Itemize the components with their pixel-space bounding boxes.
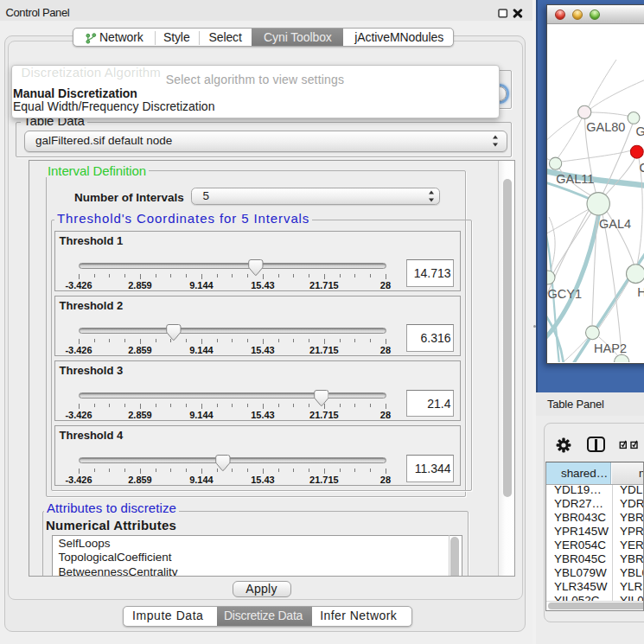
svg-text:HAP2: HAP2 xyxy=(594,341,627,355)
svg-text:GCY1: GCY1 xyxy=(548,287,583,301)
svg-text:HA: HA xyxy=(637,285,644,299)
svg-text:GAL11: GAL11 xyxy=(556,172,594,186)
svg-text:CY: CY xyxy=(639,161,644,175)
svg-text:GAL80: GAL80 xyxy=(586,120,625,134)
svg-text:GAL: GAL xyxy=(636,124,644,138)
svg-text:GAL4: GAL4 xyxy=(599,217,631,231)
